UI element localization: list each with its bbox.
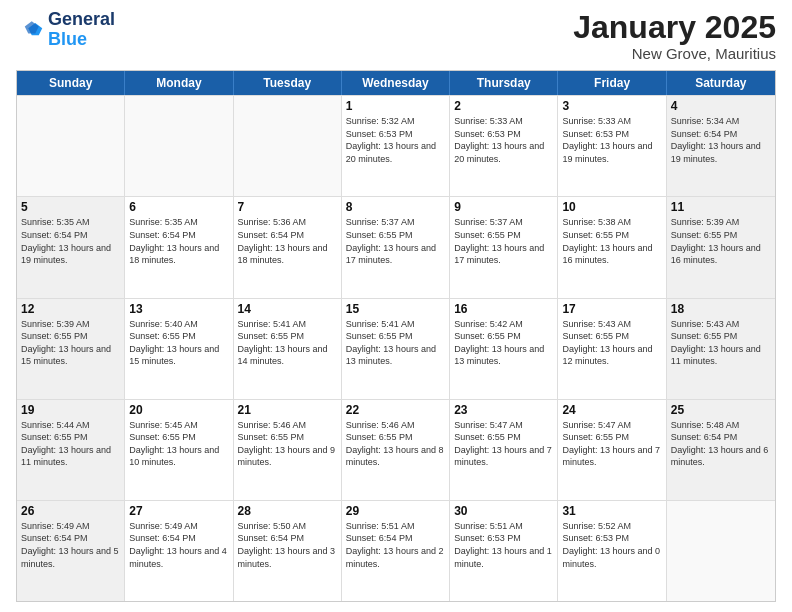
page: General Blue January 2025 New Grove, Mau…	[0, 0, 792, 612]
calendar-header: SundayMondayTuesdayWednesdayThursdayFrid…	[17, 71, 775, 95]
calendar-week-5: 26Sunrise: 5:49 AM Sunset: 6:54 PM Dayli…	[17, 500, 775, 601]
header-day-friday: Friday	[558, 71, 666, 95]
header-day-thursday: Thursday	[450, 71, 558, 95]
day-info: Sunrise: 5:37 AM Sunset: 6:55 PM Dayligh…	[454, 216, 553, 266]
calendar-cell: 18Sunrise: 5:43 AM Sunset: 6:55 PM Dayli…	[667, 299, 775, 399]
calendar-week-4: 19Sunrise: 5:44 AM Sunset: 6:55 PM Dayli…	[17, 399, 775, 500]
day-info: Sunrise: 5:51 AM Sunset: 6:54 PM Dayligh…	[346, 520, 445, 570]
day-info: Sunrise: 5:40 AM Sunset: 6:55 PM Dayligh…	[129, 318, 228, 368]
day-info: Sunrise: 5:32 AM Sunset: 6:53 PM Dayligh…	[346, 115, 445, 165]
day-number: 21	[238, 403, 337, 417]
calendar-week-3: 12Sunrise: 5:39 AM Sunset: 6:55 PM Dayli…	[17, 298, 775, 399]
day-info: Sunrise: 5:46 AM Sunset: 6:55 PM Dayligh…	[346, 419, 445, 469]
day-number: 25	[671, 403, 771, 417]
day-number: 20	[129, 403, 228, 417]
calendar-cell: 12Sunrise: 5:39 AM Sunset: 6:55 PM Dayli…	[17, 299, 125, 399]
day-info: Sunrise: 5:47 AM Sunset: 6:55 PM Dayligh…	[454, 419, 553, 469]
day-number: 24	[562, 403, 661, 417]
day-number: 1	[346, 99, 445, 113]
day-info: Sunrise: 5:49 AM Sunset: 6:54 PM Dayligh…	[129, 520, 228, 570]
day-info: Sunrise: 5:41 AM Sunset: 6:55 PM Dayligh…	[346, 318, 445, 368]
day-info: Sunrise: 5:37 AM Sunset: 6:55 PM Dayligh…	[346, 216, 445, 266]
calendar-cell: 25Sunrise: 5:48 AM Sunset: 6:54 PM Dayli…	[667, 400, 775, 500]
title-block: January 2025 New Grove, Mauritius	[573, 10, 776, 62]
day-info: Sunrise: 5:52 AM Sunset: 6:53 PM Dayligh…	[562, 520, 661, 570]
header-day-sunday: Sunday	[17, 71, 125, 95]
calendar-cell: 9Sunrise: 5:37 AM Sunset: 6:55 PM Daylig…	[450, 197, 558, 297]
calendar-cell: 2Sunrise: 5:33 AM Sunset: 6:53 PM Daylig…	[450, 96, 558, 196]
calendar-cell: 15Sunrise: 5:41 AM Sunset: 6:55 PM Dayli…	[342, 299, 450, 399]
day-info: Sunrise: 5:44 AM Sunset: 6:55 PM Dayligh…	[21, 419, 120, 469]
day-number: 28	[238, 504, 337, 518]
calendar-cell: 11Sunrise: 5:39 AM Sunset: 6:55 PM Dayli…	[667, 197, 775, 297]
day-number: 2	[454, 99, 553, 113]
day-info: Sunrise: 5:36 AM Sunset: 6:54 PM Dayligh…	[238, 216, 337, 266]
day-number: 16	[454, 302, 553, 316]
calendar-cell: 21Sunrise: 5:46 AM Sunset: 6:55 PM Dayli…	[234, 400, 342, 500]
calendar-cell: 10Sunrise: 5:38 AM Sunset: 6:55 PM Dayli…	[558, 197, 666, 297]
calendar-cell: 20Sunrise: 5:45 AM Sunset: 6:55 PM Dayli…	[125, 400, 233, 500]
calendar-title: January 2025	[573, 10, 776, 45]
calendar-cell: 30Sunrise: 5:51 AM Sunset: 6:53 PM Dayli…	[450, 501, 558, 601]
day-number: 3	[562, 99, 661, 113]
day-number: 5	[21, 200, 120, 214]
day-info: Sunrise: 5:39 AM Sunset: 6:55 PM Dayligh…	[671, 216, 771, 266]
day-info: Sunrise: 5:35 AM Sunset: 6:54 PM Dayligh…	[21, 216, 120, 266]
calendar-cell: 26Sunrise: 5:49 AM Sunset: 6:54 PM Dayli…	[17, 501, 125, 601]
calendar-cell	[667, 501, 775, 601]
day-number: 19	[21, 403, 120, 417]
day-number: 23	[454, 403, 553, 417]
day-number: 9	[454, 200, 553, 214]
day-info: Sunrise: 5:51 AM Sunset: 6:53 PM Dayligh…	[454, 520, 553, 570]
day-info: Sunrise: 5:38 AM Sunset: 6:55 PM Dayligh…	[562, 216, 661, 266]
day-number: 18	[671, 302, 771, 316]
logo-icon	[16, 16, 44, 44]
logo-text: General Blue	[48, 10, 115, 50]
logo: General Blue	[16, 10, 115, 50]
day-info: Sunrise: 5:43 AM Sunset: 6:55 PM Dayligh…	[562, 318, 661, 368]
calendar-week-1: 1Sunrise: 5:32 AM Sunset: 6:53 PM Daylig…	[17, 95, 775, 196]
day-number: 6	[129, 200, 228, 214]
day-number: 17	[562, 302, 661, 316]
calendar-subtitle: New Grove, Mauritius	[573, 45, 776, 62]
calendar-cell: 29Sunrise: 5:51 AM Sunset: 6:54 PM Dayli…	[342, 501, 450, 601]
calendar-cell: 14Sunrise: 5:41 AM Sunset: 6:55 PM Dayli…	[234, 299, 342, 399]
calendar-cell: 3Sunrise: 5:33 AM Sunset: 6:53 PM Daylig…	[558, 96, 666, 196]
day-info: Sunrise: 5:49 AM Sunset: 6:54 PM Dayligh…	[21, 520, 120, 570]
calendar-cell: 8Sunrise: 5:37 AM Sunset: 6:55 PM Daylig…	[342, 197, 450, 297]
calendar-cell: 13Sunrise: 5:40 AM Sunset: 6:55 PM Dayli…	[125, 299, 233, 399]
calendar-cell: 28Sunrise: 5:50 AM Sunset: 6:54 PM Dayli…	[234, 501, 342, 601]
calendar-cell: 5Sunrise: 5:35 AM Sunset: 6:54 PM Daylig…	[17, 197, 125, 297]
day-number: 31	[562, 504, 661, 518]
day-info: Sunrise: 5:47 AM Sunset: 6:55 PM Dayligh…	[562, 419, 661, 469]
header-day-monday: Monday	[125, 71, 233, 95]
calendar-cell: 27Sunrise: 5:49 AM Sunset: 6:54 PM Dayli…	[125, 501, 233, 601]
calendar-cell	[17, 96, 125, 196]
day-number: 27	[129, 504, 228, 518]
calendar-cell: 7Sunrise: 5:36 AM Sunset: 6:54 PM Daylig…	[234, 197, 342, 297]
calendar-body: 1Sunrise: 5:32 AM Sunset: 6:53 PM Daylig…	[17, 95, 775, 601]
day-info: Sunrise: 5:42 AM Sunset: 6:55 PM Dayligh…	[454, 318, 553, 368]
calendar-week-2: 5Sunrise: 5:35 AM Sunset: 6:54 PM Daylig…	[17, 196, 775, 297]
day-number: 4	[671, 99, 771, 113]
calendar-cell: 24Sunrise: 5:47 AM Sunset: 6:55 PM Dayli…	[558, 400, 666, 500]
day-info: Sunrise: 5:41 AM Sunset: 6:55 PM Dayligh…	[238, 318, 337, 368]
calendar-cell: 23Sunrise: 5:47 AM Sunset: 6:55 PM Dayli…	[450, 400, 558, 500]
calendar-cell: 6Sunrise: 5:35 AM Sunset: 6:54 PM Daylig…	[125, 197, 233, 297]
header-day-wednesday: Wednesday	[342, 71, 450, 95]
day-number: 11	[671, 200, 771, 214]
calendar: SundayMondayTuesdayWednesdayThursdayFrid…	[16, 70, 776, 602]
day-info: Sunrise: 5:35 AM Sunset: 6:54 PM Dayligh…	[129, 216, 228, 266]
header-day-saturday: Saturday	[667, 71, 775, 95]
day-number: 7	[238, 200, 337, 214]
day-info: Sunrise: 5:43 AM Sunset: 6:55 PM Dayligh…	[671, 318, 771, 368]
calendar-cell: 22Sunrise: 5:46 AM Sunset: 6:55 PM Dayli…	[342, 400, 450, 500]
calendar-cell: 4Sunrise: 5:34 AM Sunset: 6:54 PM Daylig…	[667, 96, 775, 196]
day-number: 29	[346, 504, 445, 518]
day-info: Sunrise: 5:34 AM Sunset: 6:54 PM Dayligh…	[671, 115, 771, 165]
day-number: 8	[346, 200, 445, 214]
header-day-tuesday: Tuesday	[234, 71, 342, 95]
day-info: Sunrise: 5:46 AM Sunset: 6:55 PM Dayligh…	[238, 419, 337, 469]
day-number: 15	[346, 302, 445, 316]
day-info: Sunrise: 5:50 AM Sunset: 6:54 PM Dayligh…	[238, 520, 337, 570]
